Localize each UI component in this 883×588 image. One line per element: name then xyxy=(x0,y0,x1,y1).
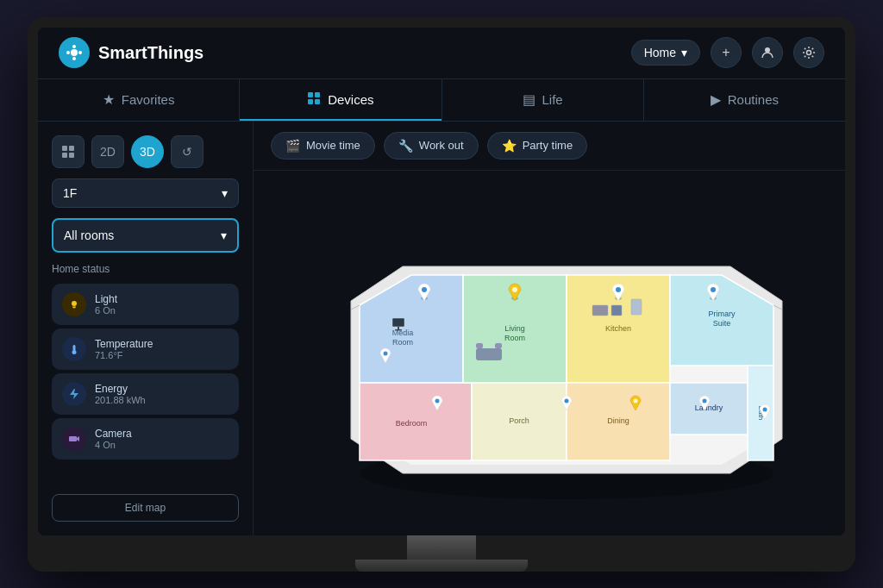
tv-frame: SmartThings Home ▾ + xyxy=(28,17,855,572)
svg-point-55 xyxy=(435,399,440,403)
movie-icon: 🎬 xyxy=(285,139,300,153)
tv-screen: SmartThings Home ▾ + xyxy=(38,28,845,535)
svg-rect-61 xyxy=(398,327,399,329)
logo-area: SmartThings xyxy=(59,37,631,68)
tab-favorites[interactable]: ★ Favorites xyxy=(38,79,240,121)
tab-devices-label: Devices xyxy=(328,92,373,107)
favorites-icon: ★ xyxy=(103,91,115,108)
svg-point-51 xyxy=(616,287,621,292)
header: SmartThings Home ▾ + xyxy=(38,28,845,79)
settings-button[interactable] xyxy=(793,37,824,68)
svg-point-1 xyxy=(71,49,78,56)
workout-icon: 🔧 xyxy=(398,139,413,153)
scene-bar: 🎬 Movie time 🔧 Work out ⭐ Party time xyxy=(254,122,845,171)
tab-life[interactable]: ▤ Life xyxy=(442,79,644,121)
tab-favorites-label: Favorites xyxy=(122,92,175,107)
scene-workout-button[interactable]: 🔧 Work out xyxy=(384,132,479,160)
svg-point-58 xyxy=(703,399,707,403)
svg-text:Laundry: Laundry xyxy=(695,403,723,412)
room-value: All rooms xyxy=(64,228,114,242)
svg-rect-11 xyxy=(315,99,320,104)
svg-rect-68 xyxy=(631,299,642,315)
svg-rect-10 xyxy=(308,99,313,104)
svg-point-4 xyxy=(66,51,70,54)
add-button[interactable]: + xyxy=(711,37,742,68)
svg-point-57 xyxy=(565,399,569,403)
floor-plan-svg: Media Room Bedroom Living Room Porch xyxy=(299,197,799,508)
home-status: Home status Light 6 On xyxy=(52,263,239,484)
header-controls: Home ▾ + xyxy=(631,37,824,68)
floor-dropdown-icon: ▾ xyxy=(222,186,228,200)
svg-rect-12 xyxy=(62,146,67,151)
svg-rect-66 xyxy=(592,305,608,316)
status-item-light[interactable]: Light 6 On xyxy=(52,284,239,325)
party-label: Party time xyxy=(523,139,573,152)
edit-map-button[interactable]: Edit map xyxy=(52,494,239,522)
tab-routines[interactable]: ▶ Routines xyxy=(644,79,845,121)
status-title: Home status xyxy=(52,263,239,275)
room-dropdown-icon: ▾ xyxy=(221,228,227,242)
svg-point-5 xyxy=(78,51,82,54)
tab-life-label: Life xyxy=(542,92,563,107)
status-item-camera[interactable]: Camera 4 On xyxy=(52,418,239,460)
svg-text:Porch: Porch xyxy=(509,416,529,425)
camera-status-text: Camera 4 On xyxy=(95,428,229,450)
status-items: Light 6 On xyxy=(52,284,239,460)
sidebar: 2D 3D ↺ 1F ▾ All rooms ▾ xyxy=(38,122,254,535)
life-icon: ▤ xyxy=(523,91,535,108)
tab-devices[interactable]: Devices xyxy=(240,79,442,121)
history-button[interactable]: ↺ xyxy=(171,135,204,168)
svg-text:Room: Room xyxy=(504,334,525,342)
floor-select[interactable]: 1F ▾ xyxy=(52,178,239,208)
svg-point-18 xyxy=(72,350,77,354)
3d-view-button[interactable]: 3D xyxy=(131,135,164,168)
svg-rect-9 xyxy=(315,92,320,97)
floor-map-container: Media Room Bedroom Living Room Porch xyxy=(254,171,845,535)
energy-status-text: Energy 201.88 kWh xyxy=(95,383,229,405)
svg-text:Kitchen: Kitchen xyxy=(605,324,631,333)
svg-rect-19 xyxy=(69,436,77,441)
svg-text:Primary: Primary xyxy=(709,310,736,318)
camera-icon xyxy=(62,427,86,451)
light-status-text: Light 6 On xyxy=(95,293,229,316)
scene-party-button[interactable]: ⭐ Party time xyxy=(487,132,588,160)
svg-rect-63 xyxy=(476,348,502,360)
svg-point-49 xyxy=(512,287,517,292)
view-controls: 2D 3D ↺ xyxy=(52,135,239,168)
svg-point-56 xyxy=(634,399,638,403)
svg-text:Dining: Dining xyxy=(607,416,629,425)
tv-neck xyxy=(407,535,476,560)
svg-rect-13 xyxy=(69,146,74,151)
scene-movie-button[interactable]: 🎬 Movie time xyxy=(271,132,375,160)
floor-value: 1F xyxy=(63,186,77,200)
main-content: 2D 3D ↺ 1F ▾ All rooms ▾ xyxy=(38,122,845,535)
room-select[interactable]: All rooms ▾ xyxy=(52,218,239,253)
home-selector[interactable]: Home ▾ xyxy=(631,40,700,66)
svg-rect-65 xyxy=(495,343,502,348)
light-icon xyxy=(62,292,86,316)
svg-text:Suite: Suite xyxy=(713,319,731,328)
svg-rect-62 xyxy=(395,329,402,331)
app-logo xyxy=(59,37,90,68)
movie-label: Movie time xyxy=(306,139,360,152)
status-item-temperature[interactable]: Temperature 71.6°F xyxy=(52,328,239,370)
party-icon: ⭐ xyxy=(502,139,517,153)
svg-text:Bedroom: Bedroom xyxy=(396,419,428,428)
svg-point-54 xyxy=(384,352,388,356)
status-item-energy[interactable]: Energy 201.88 kWh xyxy=(52,373,239,415)
2d-view-button[interactable]: 2D xyxy=(91,135,124,168)
svg-point-53 xyxy=(711,287,716,292)
svg-rect-8 xyxy=(308,92,313,97)
tab-routines-label: Routines xyxy=(728,92,779,107)
map-area: 🎬 Movie time 🔧 Work out ⭐ Party time xyxy=(254,122,845,535)
svg-point-7 xyxy=(807,51,811,55)
svg-rect-15 xyxy=(69,153,74,158)
temperature-status-text: Temperature 71.6°F xyxy=(95,338,229,360)
workout-label: Work out xyxy=(419,139,464,152)
temperature-icon xyxy=(62,337,86,361)
home-dropdown-icon: ▾ xyxy=(681,46,687,59)
profile-button[interactable] xyxy=(752,37,783,68)
tv-base xyxy=(355,560,528,572)
grid-view-button[interactable] xyxy=(52,135,85,168)
svg-point-2 xyxy=(72,45,76,48)
